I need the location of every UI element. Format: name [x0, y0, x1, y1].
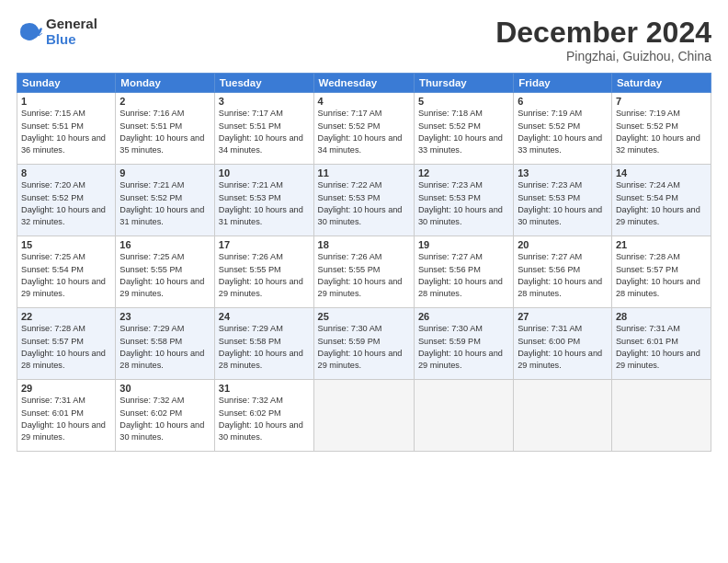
sunset-label: Sunset: 5:52 PM: [418, 121, 481, 131]
day-info: Sunrise: 7:27 AM Sunset: 5:56 PM Dayligh…: [518, 251, 608, 300]
day-number: 1: [21, 96, 111, 107]
table-row: [414, 380, 513, 452]
daylight-label: Daylight: 10 hours and 31 minutes.: [219, 205, 303, 226]
day-info: Sunrise: 7:28 AM Sunset: 5:57 PM Dayligh…: [616, 251, 707, 300]
table-row: 8 Sunrise: 7:20 AM Sunset: 5:52 PM Dayli…: [17, 165, 116, 236]
daylight-label: Daylight: 10 hours and 29 minutes.: [318, 277, 403, 298]
sunset-label: Sunset: 5:52 PM: [119, 193, 182, 202]
table-row: 2 Sunrise: 7:16 AM Sunset: 5:51 PM Dayli…: [116, 93, 215, 165]
table-row: 15 Sunrise: 7:25 AM Sunset: 5:54 PM Dayl…: [17, 236, 116, 308]
sunset-label: Sunset: 5:57 PM: [616, 265, 678, 274]
day-info: Sunrise: 7:28 AM Sunset: 5:57 PM Dayligh…: [21, 323, 111, 372]
table-row: 14 Sunrise: 7:24 AM Sunset: 5:54 PM Dayl…: [611, 165, 711, 236]
table-row: 13 Sunrise: 7:23 AM Sunset: 5:53 PM Dayl…: [514, 165, 612, 236]
sunset-label: Sunset: 5:53 PM: [318, 193, 381, 202]
day-number: 29: [21, 383, 111, 394]
sunrise-label: Sunrise: 7:26 AM: [219, 252, 283, 261]
day-number: 22: [21, 311, 111, 322]
sunset-label: Sunset: 6:01 PM: [616, 337, 678, 346]
daylight-label: Daylight: 10 hours and 32 minutes.: [616, 133, 700, 155]
table-row: 18 Sunrise: 7:26 AM Sunset: 5:55 PM Dayl…: [313, 236, 414, 308]
daylight-label: Daylight: 10 hours and 29 minutes.: [418, 349, 503, 370]
table-row: 17 Sunrise: 7:26 AM Sunset: 5:55 PM Dayl…: [214, 236, 313, 308]
table-row: 5 Sunrise: 7:18 AM Sunset: 5:52 PM Dayli…: [414, 93, 513, 165]
sunset-label: Sunset: 5:52 PM: [518, 121, 580, 131]
day-number: 15: [21, 239, 111, 250]
sunset-label: Sunset: 5:54 PM: [616, 193, 678, 202]
sunrise-label: Sunrise: 7:22 AM: [318, 180, 382, 190]
table-row: 19 Sunrise: 7:27 AM Sunset: 5:56 PM Dayl…: [414, 236, 513, 308]
day-number: 17: [219, 239, 310, 250]
sunrise-label: Sunrise: 7:29 AM: [219, 324, 283, 333]
sunset-label: Sunset: 5:55 PM: [219, 265, 281, 274]
day-info: Sunrise: 7:29 AM Sunset: 5:58 PM Dayligh…: [219, 323, 310, 372]
sunrise-label: Sunrise: 7:30 AM: [418, 324, 483, 333]
sunset-label: Sunset: 5:58 PM: [119, 337, 182, 346]
table-row: 30 Sunrise: 7:32 AM Sunset: 6:02 PM Dayl…: [116, 380, 215, 452]
sunrise-label: Sunrise: 7:32 AM: [119, 396, 184, 405]
day-number: 23: [119, 311, 210, 322]
sunset-label: Sunset: 5:59 PM: [318, 337, 381, 346]
day-info: Sunrise: 7:17 AM Sunset: 5:51 PM Dayligh…: [219, 108, 310, 156]
daylight-label: Daylight: 10 hours and 34 minutes.: [219, 133, 303, 155]
daylight-label: Daylight: 10 hours and 30 minutes.: [518, 205, 602, 226]
daylight-label: Daylight: 10 hours and 28 minutes.: [518, 277, 602, 298]
sunset-label: Sunset: 6:02 PM: [119, 408, 182, 418]
sunset-label: Sunset: 5:51 PM: [119, 121, 182, 131]
day-info: Sunrise: 7:32 AM Sunset: 6:02 PM Dayligh…: [119, 395, 210, 443]
sunset-label: Sunset: 5:55 PM: [119, 265, 182, 274]
day-number: 30: [119, 383, 210, 394]
calendar-week-row: 8 Sunrise: 7:20 AM Sunset: 5:52 PM Dayli…: [17, 165, 711, 236]
day-info: Sunrise: 7:32 AM Sunset: 6:02 PM Dayligh…: [219, 395, 310, 443]
day-number: 31: [219, 383, 310, 394]
day-number: 10: [219, 167, 310, 178]
daylight-label: Daylight: 10 hours and 29 minutes.: [21, 277, 106, 298]
calendar-week-row: 15 Sunrise: 7:25 AM Sunset: 5:54 PM Dayl…: [17, 236, 711, 308]
sunrise-label: Sunrise: 7:28 AM: [21, 324, 85, 333]
table-row: 23 Sunrise: 7:29 AM Sunset: 5:58 PM Dayl…: [116, 308, 215, 380]
day-number: 14: [616, 167, 707, 178]
col-friday: Friday: [514, 74, 612, 93]
day-info: Sunrise: 7:30 AM Sunset: 5:59 PM Dayligh…: [418, 323, 509, 372]
day-number: 25: [318, 311, 410, 322]
sunset-label: Sunset: 6:02 PM: [219, 408, 281, 418]
sunrise-label: Sunrise: 7:18 AM: [418, 109, 483, 118]
sunset-label: Sunset: 5:56 PM: [518, 265, 580, 274]
table-row: 12 Sunrise: 7:23 AM Sunset: 5:53 PM Dayl…: [414, 165, 513, 236]
table-row: 9 Sunrise: 7:21 AM Sunset: 5:52 PM Dayli…: [116, 165, 215, 236]
day-info: Sunrise: 7:21 AM Sunset: 5:52 PM Dayligh…: [119, 179, 210, 228]
table-row: 25 Sunrise: 7:30 AM Sunset: 5:59 PM Dayl…: [313, 308, 414, 380]
sunset-label: Sunset: 5:51 PM: [21, 121, 84, 131]
daylight-label: Daylight: 10 hours and 29 minutes.: [616, 205, 700, 226]
logo: General Blue: [17, 17, 97, 47]
day-number: 6: [518, 96, 608, 107]
sunrise-label: Sunrise: 7:17 AM: [219, 109, 283, 118]
day-number: 12: [418, 167, 509, 178]
daylight-label: Daylight: 10 hours and 28 minutes.: [21, 349, 106, 370]
day-info: Sunrise: 7:25 AM Sunset: 5:54 PM Dayligh…: [21, 251, 111, 300]
daylight-label: Daylight: 10 hours and 30 minutes.: [119, 420, 204, 442]
daylight-label: Daylight: 10 hours and 34 minutes.: [318, 133, 403, 155]
sunrise-label: Sunrise: 7:21 AM: [119, 180, 184, 190]
day-info: Sunrise: 7:25 AM Sunset: 5:55 PM Dayligh…: [119, 251, 210, 300]
table-row: 7 Sunrise: 7:19 AM Sunset: 5:52 PM Dayli…: [611, 93, 711, 165]
day-number: 5: [418, 96, 509, 107]
day-info: Sunrise: 7:16 AM Sunset: 5:51 PM Dayligh…: [119, 108, 210, 156]
sunset-label: Sunset: 5:53 PM: [518, 193, 580, 202]
sunrise-label: Sunrise: 7:23 AM: [518, 180, 582, 190]
day-number: 21: [616, 239, 707, 250]
sunset-label: Sunset: 6:01 PM: [21, 408, 84, 418]
daylight-label: Daylight: 10 hours and 29 minutes.: [119, 277, 204, 298]
day-info: Sunrise: 7:23 AM Sunset: 5:53 PM Dayligh…: [518, 179, 608, 228]
sunset-label: Sunset: 5:52 PM: [318, 121, 381, 131]
daylight-label: Daylight: 10 hours and 30 minutes.: [219, 420, 303, 442]
table-row: 28 Sunrise: 7:31 AM Sunset: 6:01 PM Dayl…: [611, 308, 711, 380]
col-thursday: Thursday: [414, 74, 513, 93]
sunrise-label: Sunrise: 7:24 AM: [616, 180, 680, 190]
sunset-label: Sunset: 5:52 PM: [616, 121, 678, 131]
table-row: 3 Sunrise: 7:17 AM Sunset: 5:51 PM Dayli…: [214, 93, 313, 165]
day-info: Sunrise: 7:19 AM Sunset: 5:52 PM Dayligh…: [518, 108, 608, 156]
sunrise-label: Sunrise: 7:26 AM: [318, 252, 382, 261]
day-info: Sunrise: 7:17 AM Sunset: 5:52 PM Dayligh…: [318, 108, 410, 156]
sunrise-label: Sunrise: 7:31 AM: [518, 324, 582, 333]
